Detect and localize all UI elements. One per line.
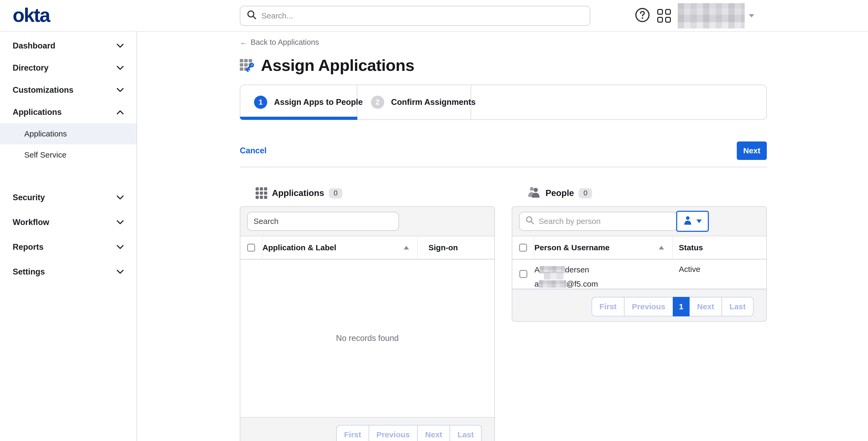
tab-confirm-assignments[interactable]: 2 Confirm Assignments (357, 85, 471, 119)
sidebar-group-gap (0, 165, 136, 187)
people-count-badge: 0 (579, 188, 592, 198)
sidebar-item-settings[interactable]: Settings (0, 261, 136, 283)
back-link-label: Back to Applications (251, 38, 319, 46)
column-person-username[interactable]: Person & Username (534, 236, 673, 259)
sidebar-item-security[interactable]: Security (0, 187, 136, 209)
chevron-down-icon (117, 245, 124, 250)
applications-search-input[interactable] (253, 217, 393, 226)
applications-grid-icon (256, 187, 267, 199)
sidebar-item-label: Dashboard (13, 41, 55, 51)
people-heading-label: People (546, 188, 574, 198)
people-table-header: Person & Username Status (512, 236, 766, 259)
search-icon (247, 10, 257, 22)
app-switcher-button[interactable] (656, 8, 672, 24)
sidebar-subitem-applications[interactable]: Applications (0, 123, 136, 145)
select-all-checkbox[interactable] (519, 244, 527, 252)
sidebar-item-label: Security (13, 193, 45, 202)
person-name-end: dersen (565, 265, 589, 274)
sort-ascending-icon (659, 246, 664, 250)
no-records-text: No records found (336, 334, 399, 343)
people-panel-footer: First Previous 1 Next Last (512, 289, 766, 322)
sidebar-item-workflow[interactable]: Workflow (0, 211, 136, 233)
applications-table-body: No records found (240, 259, 494, 417)
select-all-cell (240, 236, 262, 259)
step-number-badge: 1 (254, 96, 267, 109)
column-header-text: Status (679, 243, 703, 252)
people-panel: Person & Username Status (512, 206, 767, 322)
main-content: ← Back to Applications (137, 32, 868, 441)
pagination-next-button[interactable]: Next (417, 425, 450, 441)
people-search (519, 212, 677, 231)
people-heading: People 0 (528, 187, 767, 199)
applications-panel-header (240, 207, 494, 236)
user-menu-caret-icon[interactable] (749, 14, 754, 18)
page-title: Assign Applications (261, 56, 414, 74)
chevron-down-icon (117, 88, 124, 92)
user-menu-redacted-name[interactable] (678, 3, 745, 28)
chevron-down-icon (117, 66, 124, 70)
row-checkbox[interactable] (519, 270, 527, 278)
person-name-username: Adersen a@f5.com (534, 259, 673, 288)
people-filter-dropdown[interactable] (676, 211, 709, 232)
pagination-page-1-button[interactable]: 1 (673, 297, 690, 316)
global-search-input[interactable] (261, 11, 583, 20)
sidebar-item-directory[interactable]: Directory (0, 57, 136, 79)
select-all-checkbox[interactable] (247, 244, 255, 252)
applications-pagination: First Previous Next Last (336, 425, 482, 441)
sidebar-item-reports[interactable]: Reports (0, 236, 136, 258)
tab-assign-apps-to-people[interactable]: 1 Assign Apps to People (240, 85, 357, 119)
active-tab-indicator (240, 117, 357, 120)
pagination-previous-button[interactable]: Previous (624, 297, 673, 316)
back-to-applications-link[interactable]: ← Back to Applications (240, 38, 319, 46)
sidebar-subitem-self-service[interactable]: Self Service (0, 145, 136, 165)
pagination-last-button[interactable]: Last (450, 425, 482, 441)
step-label: Confirm Assignments (391, 97, 476, 107)
applications-search (247, 212, 399, 231)
people-column: People 0 (512, 187, 767, 441)
column-application-label[interactable]: Application & Label (262, 236, 418, 259)
next-button[interactable]: Next (737, 141, 767, 160)
chevron-down-icon (117, 270, 124, 274)
wizard-actions: Cancel Next (240, 141, 767, 160)
applications-column: Applications 0 (240, 187, 495, 441)
apps-grid-icon (657, 9, 671, 23)
chevron-down-icon (117, 43, 124, 48)
column-header-text: Sign-on (429, 243, 458, 252)
sidebar-item-dashboard[interactable]: Dashboard (0, 35, 136, 57)
people-pagination: First Previous 1 Next Last (592, 297, 754, 316)
chevron-down-icon (117, 195, 124, 200)
applications-heading-label: Applications (272, 188, 324, 198)
top-bar: okta (0, 0, 868, 32)
people-panel-header (512, 207, 766, 236)
sidebar-item-customizations[interactable]: Customizations (0, 79, 136, 101)
pagination-previous-button[interactable]: Previous (369, 425, 418, 441)
assign-applications-icon (240, 57, 256, 74)
people-search-input[interactable] (538, 217, 671, 226)
chevron-up-icon (117, 110, 124, 115)
search-icon (525, 216, 534, 227)
sidebar-item-label: Workflow (13, 218, 49, 227)
person-status: Active (673, 259, 766, 288)
select-all-cell (512, 236, 534, 259)
pagination-first-button[interactable]: First (592, 297, 624, 316)
pagination-first-button[interactable]: First (336, 425, 369, 441)
pagination-next-button[interactable]: Next (689, 297, 722, 316)
sidebar-item-label: Reports (13, 242, 43, 252)
sidebar-item-applications[interactable]: Applications (0, 101, 136, 123)
applications-count-badge: 0 (329, 188, 342, 198)
column-header-text: Person & Username (534, 243, 610, 252)
people-icon (528, 186, 541, 200)
cancel-button[interactable]: Cancel (240, 146, 267, 155)
step-label: Assign Apps to People (274, 97, 363, 107)
global-search (240, 6, 590, 26)
help-button[interactable] (634, 8, 650, 24)
person-username-end: @f5.com (566, 280, 598, 288)
sidebar-item-label: Directory (13, 63, 49, 73)
sidebar-item-label: Applications (13, 107, 62, 117)
column-status: Status (673, 236, 766, 259)
person-row[interactable]: Adersen a@f5.com Active (512, 259, 766, 289)
pagination-last-button[interactable]: Last (721, 297, 754, 316)
sidebar-subitem-label: Self Service (24, 150, 66, 159)
section-divider (240, 167, 767, 167)
okta-logo[interactable]: okta (13, 0, 50, 32)
